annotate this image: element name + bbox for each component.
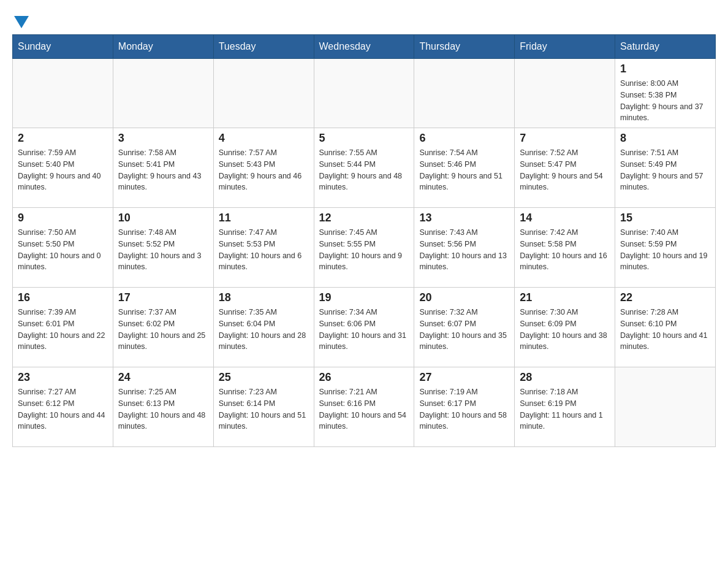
column-header-tuesday: Tuesday xyxy=(213,35,314,59)
day-number: 14 xyxy=(520,212,610,224)
day-info: Sunrise: 7:51 AM Sunset: 5:49 PM Dayligh… xyxy=(620,147,710,193)
calendar-cell: 16Sunrise: 7:39 AM Sunset: 6:01 PM Dayli… xyxy=(13,288,113,367)
calendar-cell: 17Sunrise: 7:37 AM Sunset: 6:02 PM Dayli… xyxy=(113,288,213,367)
calendar-week-row: 23Sunrise: 7:27 AM Sunset: 6:12 PM Dayli… xyxy=(13,367,716,447)
calendar-cell: 28Sunrise: 7:18 AM Sunset: 6:19 PM Dayli… xyxy=(515,367,615,447)
calendar-cell: 1Sunrise: 8:00 AM Sunset: 5:38 PM Daylig… xyxy=(615,59,716,128)
day-number: 23 xyxy=(18,371,108,384)
day-number: 28 xyxy=(520,371,610,384)
column-header-sunday: Sunday xyxy=(13,35,113,59)
day-info: Sunrise: 7:48 AM Sunset: 5:52 PM Dayligh… xyxy=(118,227,208,273)
day-number: 6 xyxy=(419,132,509,145)
column-header-friday: Friday xyxy=(515,35,615,59)
day-number: 17 xyxy=(118,291,208,304)
day-info: Sunrise: 7:28 AM Sunset: 6:10 PM Dayligh… xyxy=(620,307,710,353)
day-info: Sunrise: 7:58 AM Sunset: 5:41 PM Dayligh… xyxy=(118,147,208,193)
column-header-saturday: Saturday xyxy=(615,35,716,59)
logo-triangle-icon xyxy=(14,16,29,28)
day-info: Sunrise: 7:59 AM Sunset: 5:40 PM Dayligh… xyxy=(18,147,108,193)
day-number: 19 xyxy=(319,291,409,304)
calendar-cell xyxy=(13,59,113,128)
calendar-cell: 19Sunrise: 7:34 AM Sunset: 6:06 PM Dayli… xyxy=(314,288,414,367)
day-info: Sunrise: 7:19 AM Sunset: 6:17 PM Dayligh… xyxy=(419,386,509,432)
day-info: Sunrise: 7:57 AM Sunset: 5:43 PM Dayligh… xyxy=(219,147,309,193)
day-info: Sunrise: 7:52 AM Sunset: 5:47 PM Dayligh… xyxy=(520,147,610,193)
calendar-cell xyxy=(314,59,414,128)
calendar-week-row: 2Sunrise: 7:59 AM Sunset: 5:40 PM Daylig… xyxy=(13,128,716,208)
calendar-week-row: 9Sunrise: 7:50 AM Sunset: 5:50 PM Daylig… xyxy=(13,208,716,288)
day-info: Sunrise: 7:50 AM Sunset: 5:50 PM Dayligh… xyxy=(18,227,108,273)
day-number: 27 xyxy=(419,371,509,384)
calendar-cell: 26Sunrise: 7:21 AM Sunset: 6:16 PM Dayli… xyxy=(314,367,414,447)
day-info: Sunrise: 7:54 AM Sunset: 5:46 PM Dayligh… xyxy=(419,147,509,193)
calendar-cell: 12Sunrise: 7:45 AM Sunset: 5:55 PM Dayli… xyxy=(314,208,414,288)
calendar-week-row: 16Sunrise: 7:39 AM Sunset: 6:01 PM Dayli… xyxy=(13,288,716,367)
calendar-cell: 3Sunrise: 7:58 AM Sunset: 5:41 PM Daylig… xyxy=(113,128,213,208)
day-number: 24 xyxy=(118,371,208,384)
day-info: Sunrise: 7:35 AM Sunset: 6:04 PM Dayligh… xyxy=(219,307,309,353)
day-info: Sunrise: 7:45 AM Sunset: 5:55 PM Dayligh… xyxy=(319,227,409,273)
calendar-cell: 24Sunrise: 7:25 AM Sunset: 6:13 PM Dayli… xyxy=(113,367,213,447)
day-number: 13 xyxy=(419,212,509,224)
calendar-cell: 15Sunrise: 7:40 AM Sunset: 5:59 PM Dayli… xyxy=(615,208,716,288)
calendar-cell xyxy=(515,59,615,128)
calendar-cell xyxy=(213,59,314,128)
column-header-wednesday: Wednesday xyxy=(314,35,414,59)
day-number: 1 xyxy=(620,63,710,75)
day-number: 12 xyxy=(319,212,409,224)
day-info: Sunrise: 7:23 AM Sunset: 6:14 PM Dayligh… xyxy=(219,386,309,432)
page-header xyxy=(12,12,716,28)
day-info: Sunrise: 7:30 AM Sunset: 6:09 PM Dayligh… xyxy=(520,307,610,353)
day-info: Sunrise: 7:40 AM Sunset: 5:59 PM Dayligh… xyxy=(620,227,710,273)
calendar-cell: 7Sunrise: 7:52 AM Sunset: 5:47 PM Daylig… xyxy=(515,128,615,208)
calendar-cell: 5Sunrise: 7:55 AM Sunset: 5:44 PM Daylig… xyxy=(314,128,414,208)
calendar-cell: 25Sunrise: 7:23 AM Sunset: 6:14 PM Dayli… xyxy=(213,367,314,447)
day-number: 15 xyxy=(620,212,710,224)
day-number: 8 xyxy=(620,132,710,145)
calendar-cell: 6Sunrise: 7:54 AM Sunset: 5:46 PM Daylig… xyxy=(414,128,515,208)
calendar-cell xyxy=(615,367,716,447)
calendar-cell xyxy=(113,59,213,128)
column-header-thursday: Thursday xyxy=(414,35,515,59)
day-info: Sunrise: 7:18 AM Sunset: 6:19 PM Dayligh… xyxy=(520,386,610,432)
column-header-monday: Monday xyxy=(113,35,213,59)
calendar-cell: 22Sunrise: 7:28 AM Sunset: 6:10 PM Dayli… xyxy=(615,288,716,367)
calendar-table: SundayMondayTuesdayWednesdayThursdayFrid… xyxy=(12,34,716,447)
calendar-cell: 4Sunrise: 7:57 AM Sunset: 5:43 PM Daylig… xyxy=(213,128,314,208)
day-info: Sunrise: 7:47 AM Sunset: 5:53 PM Dayligh… xyxy=(219,227,309,273)
calendar-header-row: SundayMondayTuesdayWednesdayThursdayFrid… xyxy=(13,35,716,59)
day-info: Sunrise: 7:37 AM Sunset: 6:02 PM Dayligh… xyxy=(118,307,208,353)
calendar-week-row: 1Sunrise: 8:00 AM Sunset: 5:38 PM Daylig… xyxy=(13,59,716,128)
day-info: Sunrise: 7:34 AM Sunset: 6:06 PM Dayligh… xyxy=(319,307,409,353)
day-info: Sunrise: 8:00 AM Sunset: 5:38 PM Dayligh… xyxy=(620,78,710,124)
day-number: 18 xyxy=(219,291,309,304)
day-number: 3 xyxy=(118,132,208,145)
logo xyxy=(12,18,29,28)
calendar-cell: 27Sunrise: 7:19 AM Sunset: 6:17 PM Dayli… xyxy=(414,367,515,447)
day-info: Sunrise: 7:32 AM Sunset: 6:07 PM Dayligh… xyxy=(419,307,509,353)
day-info: Sunrise: 7:25 AM Sunset: 6:13 PM Dayligh… xyxy=(118,386,208,432)
day-number: 2 xyxy=(18,132,108,145)
calendar-cell: 20Sunrise: 7:32 AM Sunset: 6:07 PM Dayli… xyxy=(414,288,515,367)
day-number: 21 xyxy=(520,291,610,304)
calendar-cell: 14Sunrise: 7:42 AM Sunset: 5:58 PM Dayli… xyxy=(515,208,615,288)
calendar-cell: 8Sunrise: 7:51 AM Sunset: 5:49 PM Daylig… xyxy=(615,128,716,208)
day-number: 4 xyxy=(219,132,309,145)
calendar-cell: 2Sunrise: 7:59 AM Sunset: 5:40 PM Daylig… xyxy=(13,128,113,208)
day-info: Sunrise: 7:27 AM Sunset: 6:12 PM Dayligh… xyxy=(18,386,108,432)
day-info: Sunrise: 7:55 AM Sunset: 5:44 PM Dayligh… xyxy=(319,147,409,193)
calendar-cell: 10Sunrise: 7:48 AM Sunset: 5:52 PM Dayli… xyxy=(113,208,213,288)
calendar-cell: 13Sunrise: 7:43 AM Sunset: 5:56 PM Dayli… xyxy=(414,208,515,288)
day-number: 16 xyxy=(18,291,108,304)
day-number: 9 xyxy=(18,212,108,224)
day-number: 26 xyxy=(319,371,409,384)
calendar-cell: 23Sunrise: 7:27 AM Sunset: 6:12 PM Dayli… xyxy=(13,367,113,447)
calendar-cell: 21Sunrise: 7:30 AM Sunset: 6:09 PM Dayli… xyxy=(515,288,615,367)
day-number: 20 xyxy=(419,291,509,304)
day-number: 5 xyxy=(319,132,409,145)
day-number: 22 xyxy=(620,291,710,304)
calendar-cell xyxy=(414,59,515,128)
day-number: 25 xyxy=(219,371,309,384)
calendar-cell: 9Sunrise: 7:50 AM Sunset: 5:50 PM Daylig… xyxy=(13,208,113,288)
day-info: Sunrise: 7:39 AM Sunset: 6:01 PM Dayligh… xyxy=(18,307,108,353)
